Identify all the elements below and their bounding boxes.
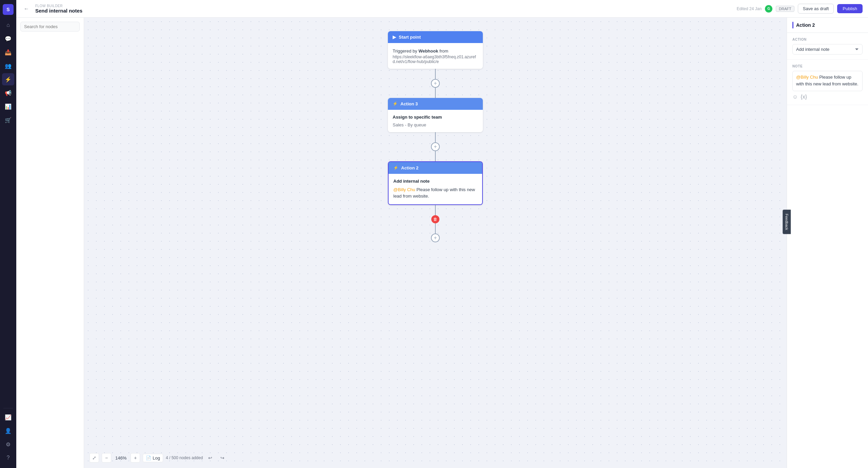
fit-view-button[interactable]: ⤢ <box>90 453 99 463</box>
zoom-in-button[interactable]: + <box>131 453 140 463</box>
feedback-tab[interactable]: Feedback <box>783 209 791 234</box>
sidebar-item-campaigns[interactable]: 📢 <box>2 87 14 99</box>
breadcrumb: FLOW BUILDER Send internal notes <box>35 4 733 14</box>
redo-button[interactable]: ↪ <box>218 453 227 463</box>
start-node-body: Triggered by Webhook from https://sleekf… <box>388 43 483 69</box>
note-mention: @Billy Chu <box>796 75 818 80</box>
draft-badge: DRAFT <box>776 6 794 12</box>
action3-body: Assign to specific team Sales - By queue <box>388 110 483 132</box>
emoji-icon[interactable]: ☺ <box>792 94 798 100</box>
connector-3 <box>435 132 436 142</box>
sidebar-item-team[interactable]: 👤 <box>2 425 14 437</box>
delete-node-btn[interactable]: 🗑 <box>431 215 439 223</box>
sidebar-item-contacts[interactable]: 👥 <box>2 60 14 72</box>
zoom-out-button[interactable]: − <box>102 453 111 463</box>
log-button[interactable]: 📄 Log <box>143 454 163 462</box>
note-editor[interactable]: @Billy Chu Please follow up with this ne… <box>792 71 863 91</box>
action-select[interactable]: Add internal note <box>792 44 863 55</box>
sidebar-item-help[interactable]: ? <box>2 452 14 464</box>
connector-5 <box>435 205 436 215</box>
sidebar-item-store[interactable]: 🛒 <box>2 114 14 126</box>
action2-note: @Billy Chu Please follow up with this ne… <box>393 186 477 200</box>
back-button[interactable]: ← <box>22 4 31 14</box>
search-input[interactable] <box>20 22 80 32</box>
publish-button[interactable]: Publish <box>837 4 863 13</box>
app-logo[interactable]: S <box>3 4 14 15</box>
page-title: Send internal notes <box>35 8 733 14</box>
nodes-count: 4 / 500 nodes added <box>166 455 203 460</box>
connector-6 <box>435 223 436 233</box>
avatar: G <box>765 5 772 13</box>
add-node-btn-3[interactable]: + <box>431 233 440 242</box>
action3-header: ⚡ Action 3 <box>388 98 483 110</box>
start-node[interactable]: ▶ Start point Triggered by Webhook from … <box>388 31 483 69</box>
action3-node[interactable]: ⚡ Action 3 Assign to specific team Sales… <box>388 98 483 132</box>
sidebar-item-flows[interactable]: ⚡ <box>2 73 14 85</box>
active-indicator <box>792 22 793 28</box>
right-panel-header: Action 2 <box>787 18 868 33</box>
top-header: ← FLOW BUILDER Send internal notes Edite… <box>16 0 868 18</box>
action-section: ACTION Add internal note <box>787 33 868 60</box>
connector-2 <box>435 88 436 98</box>
save-draft-button[interactable]: Save as draft <box>798 4 834 14</box>
left-sidebar: S ⌂ 💬 📥 👥 ⚡ 📢 📊 🛒 📈 👤 ⚙ ? <box>0 0 16 468</box>
sidebar-item-analytics[interactable]: 📈 <box>2 411 14 423</box>
sidebar-item-inbox[interactable]: 📥 <box>2 46 14 58</box>
undo-button[interactable]: ↩ <box>205 453 215 463</box>
action2-node[interactable]: ⚡ Action 2 Add internal note @Billy Chu … <box>388 161 483 205</box>
connector-4 <box>435 151 436 161</box>
lightning-icon: ⚡ <box>393 101 398 106</box>
right-panel: Action 2 ACTION Add internal note NOTE @… <box>787 18 868 468</box>
play-icon: ▶ <box>393 35 396 40</box>
start-node-header: ▶ Start point <box>388 31 483 43</box>
action2-header: ⚡ Action 2 <box>389 162 482 174</box>
sidebar-item-chat[interactable]: 💬 <box>2 33 14 45</box>
sidebar-item-reports[interactable]: 📊 <box>2 100 14 113</box>
sidebar-item-settings[interactable]: ⚙ <box>2 438 14 450</box>
breadcrumb-parent: FLOW BUILDER <box>35 4 733 8</box>
webhook-label: Webhook <box>418 48 438 54</box>
node-panel <box>16 18 84 468</box>
sidebar-item-home[interactable]: ⌂ <box>2 19 14 31</box>
action2-body: Add internal note @Billy Chu Please foll… <box>389 174 482 204</box>
webhook-url: https://sleekflow-a6aeg3bth3f5fneq.z01.a… <box>393 55 478 64</box>
note-section: NOTE @Billy Chu Please follow up with th… <box>787 60 868 105</box>
lightning-icon-2: ⚡ <box>393 165 398 170</box>
connector-1 <box>435 69 436 79</box>
feedback-label: Feedback <box>785 213 789 230</box>
flow-container: ▶ Start point Triggered by Webhook from … <box>388 31 483 242</box>
zoom-level: 146% <box>114 455 128 461</box>
edited-info: Edited 24 Jan <box>737 6 762 11</box>
add-node-btn-1[interactable]: + <box>431 79 440 88</box>
canvas-toolbar: ⤢ − 146% + 📄 Log 4 / 500 nodes added ↩ ↪ <box>90 453 227 463</box>
file-icon: 📄 <box>146 455 151 461</box>
header-right: Edited 24 Jan G DRAFT Save as draft Publ… <box>737 4 863 14</box>
editor-toolbar: ☺ {x} <box>792 94 863 100</box>
canvas[interactable]: ▶ Start point Triggered by Webhook from … <box>84 18 787 468</box>
variable-icon[interactable]: {x} <box>801 94 807 100</box>
add-node-btn-2[interactable]: + <box>431 142 440 151</box>
